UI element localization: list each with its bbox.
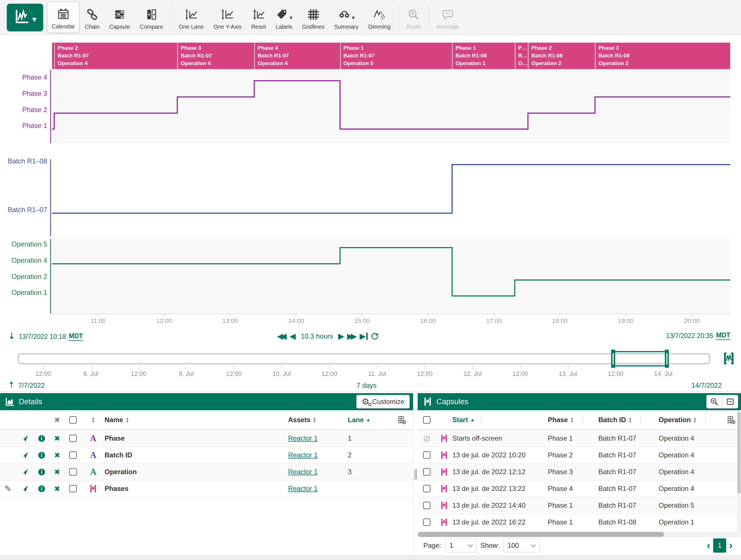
capsule-row[interactable]: 13 de jul. de 2022 14:40Phase 1Batch R1-… [418, 497, 741, 514]
remove-icon[interactable]: ✖ [50, 485, 64, 493]
row-checkbox[interactable] [64, 451, 82, 459]
customize-button[interactable]: ⚙⚙ Customize [356, 395, 410, 409]
details-row[interactable]: ✎✖PhasesReactor 1 [0, 480, 413, 497]
edit-pencil-icon[interactable]: ✎ [0, 484, 16, 494]
next-page-button[interactable]: › [729, 540, 733, 551]
zoom-to-capsule-button[interactable] [706, 395, 722, 409]
capsule-row[interactable]: ⊘Starts off-screenPhase 1Batch R1-07Oper… [418, 430, 741, 447]
sort-icon[interactable]: ▲▼ [628, 417, 632, 423]
column-menu-icon[interactable]: ⋮ [702, 416, 710, 424]
toolbar-button-one-lane[interactable]: One Lane [175, 2, 208, 33]
capsule-bar-segment[interactable]: Phase 1Batch R1-07Operation 5 [340, 43, 452, 69]
scrubber-track[interactable] [18, 353, 710, 364]
capsule-row[interactable]: 13 de jul. de 2022 16:22Phase 1Batch R1-… [418, 514, 741, 531]
capsule-bar-segment[interactable]: Phase 3Batch R1-08Operation 2 [595, 43, 730, 69]
column-menu-icon[interactable]: ⋮ [478, 416, 486, 424]
rocket-icon[interactable] [16, 485, 33, 493]
column-header-phase[interactable]: Phase▲▼⋮ [548, 416, 598, 424]
timezone-link[interactable]: MDT [69, 332, 83, 341]
capsule-time-icon[interactable] [722, 351, 736, 366]
capsule-bar-segment[interactable]: Phase 1Batch R1-08Operation 1 [452, 43, 515, 69]
step-backward-icon[interactable]: ◀ [289, 331, 296, 341]
capsule-bar-segment[interactable]: Phase 2Batch R1-07Operation 4 [54, 43, 177, 69]
toolbar-button-capsule[interactable]: Capsule [105, 2, 134, 33]
toolbar-button-chain[interactable]: Chain [80, 2, 104, 33]
step-forward-icon[interactable]: ▶ [338, 331, 344, 341]
prev-page-button[interactable]: ‹ [707, 540, 710, 551]
info-icon[interactable] [33, 485, 50, 493]
toolbar-button-summary[interactable]: ▾Summary [330, 2, 363, 33]
fast-forward-icon[interactable]: ▶▶ [347, 331, 357, 341]
panel-splitter[interactable] [413, 393, 418, 555]
collapse-panel-button[interactable] [722, 395, 738, 409]
capsule-bar-segment[interactable]: Phase 2Batch R1-08Operation 2 [528, 43, 595, 69]
details-row[interactable]: ✖APhaseReactor 11 [0, 430, 413, 447]
sort-icon[interactable]: ▲▼ [125, 417, 129, 423]
scrollbar-thumb[interactable] [418, 532, 664, 537]
details-row[interactable]: ✖ABatch IDReactor 12 [0, 447, 413, 463]
show-select[interactable]: 100 [503, 539, 540, 553]
row-checkbox[interactable] [423, 485, 430, 492]
fast-backward-icon[interactable]: ◀◀ [277, 331, 287, 341]
remove-all-icon[interactable]: ✖ [50, 416, 64, 424]
row-checkbox[interactable] [423, 502, 430, 509]
capsule-row[interactable]: 13 de jul. de 2022 12:12Phase 3Batch R1-… [418, 463, 741, 480]
row-checkbox[interactable] [423, 518, 430, 526]
column-menu-icon[interactable]: ⋮ [579, 416, 587, 424]
rocket-icon[interactable] [16, 435, 33, 442]
row-checkbox[interactable] [64, 435, 82, 442]
capsule-bar-segment[interactable]: Phase 4Batch R1-07Operation 4 [254, 43, 340, 69]
details-row[interactable]: ✖AOperationReactor 13 [0, 463, 413, 480]
skip-to-now-icon[interactable]: ▶ [360, 331, 368, 341]
remove-icon[interactable]: ✖ [50, 451, 64, 459]
column-header-lane[interactable]: Lane▲ [348, 416, 390, 424]
rocket-icon[interactable] [16, 468, 33, 476]
row-checkbox[interactable] [64, 485, 82, 492]
selection-handle-right[interactable] [665, 350, 669, 368]
item-name[interactable]: Phases [105, 485, 288, 493]
horizontal-scrollbar[interactable] [418, 532, 740, 537]
current-page-button[interactable]: 1 [713, 539, 726, 553]
capsule-row[interactable]: 13 de jul. de 2022 13:22Phase 4Batch R1-… [418, 480, 741, 497]
asset-link[interactable]: Reactor 1 [288, 485, 318, 493]
toolbar-button-labels[interactable]: ▾Labels [271, 2, 296, 33]
scrollbar-thumb[interactable] [737, 412, 741, 494]
select-all-checkbox[interactable] [418, 416, 436, 424]
remove-icon[interactable]: ✖ [50, 434, 64, 443]
sort-icon[interactable]: ▲▼ [693, 417, 697, 423]
page-select[interactable]: 1 [445, 539, 476, 553]
info-icon[interactable] [33, 435, 50, 442]
capsule-row[interactable]: 13 de jul. de 2022 10:20Phase 2Batch R1-… [418, 447, 741, 463]
timezone-link[interactable]: MDT [716, 331, 730, 340]
vertical-scrollbar[interactable] [737, 411, 741, 538]
asset-link[interactable]: Reactor 1 [288, 468, 318, 476]
toolbar-button-one-y-axis[interactable]: One Y-Axis [209, 2, 246, 33]
refresh-icon[interactable] [370, 332, 379, 340]
worksheet-view-dropdown[interactable]: ▾ [7, 4, 43, 31]
toolbar-button-calendar[interactable]: Calendar [47, 2, 79, 33]
column-header-operation[interactable]: Operation▲▼⋮ [659, 416, 721, 424]
select-all-checkbox[interactable] [64, 416, 82, 424]
info-icon[interactable] [33, 468, 50, 476]
row-checkbox[interactable] [423, 451, 430, 459]
capsule-bar-segment[interactable]: Phase 3Batch R1-07Operation 4 [177, 43, 254, 69]
duration-label[interactable]: 10.3 hours [301, 332, 333, 340]
toolbar-button-gridlines[interactable]: Gridlines [298, 2, 329, 33]
item-name[interactable]: Operation [105, 468, 288, 476]
column-header-assets[interactable]: Assets▲▼ [288, 416, 348, 424]
toolbar-button-reset[interactable]: Reset [247, 2, 270, 33]
selection-handle-left[interactable] [611, 350, 615, 368]
rocket-icon[interactable] [16, 451, 33, 459]
sort-icon[interactable]: ▲▼ [313, 417, 317, 423]
row-checkbox[interactable] [64, 468, 82, 476]
row-checkbox[interactable] [423, 468, 430, 476]
info-icon[interactable] [33, 451, 50, 459]
asset-link[interactable]: Reactor 1 [288, 434, 318, 442]
scrubber-selection[interactable] [613, 351, 667, 366]
column-header-name[interactable]: Name▲▼ [105, 416, 288, 424]
column-header-start[interactable]: Start▲⋮ [452, 416, 548, 424]
toolbar-button-compare[interactable]: Compare [136, 2, 167, 33]
item-name[interactable]: Batch ID [105, 451, 288, 459]
sort-icon[interactable]: ▲▼ [570, 417, 574, 423]
toolbar-button-dimming[interactable]: Dimming [364, 2, 395, 33]
